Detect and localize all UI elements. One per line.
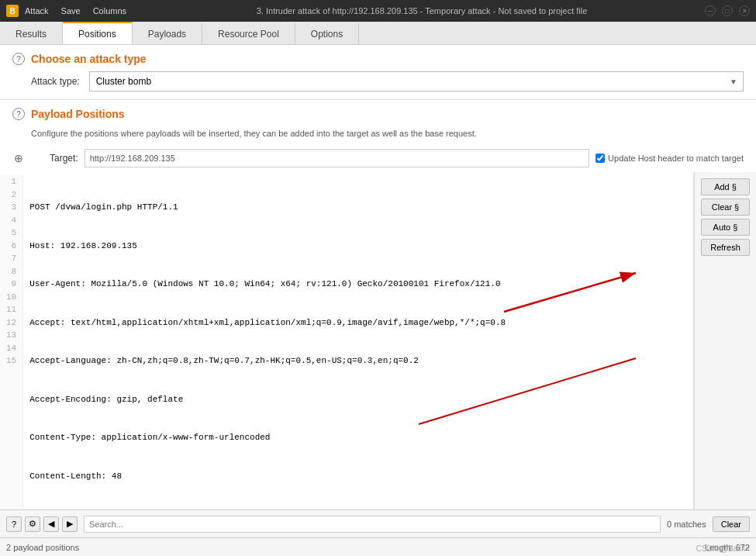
main-content: ? Choose an attack type Attack type: Clu… — [0, 45, 756, 556]
payload-positions-section: ? Payload Positions Configure the positi… — [0, 100, 756, 509]
target-label: Target: — [50, 153, 78, 164]
payload-positions-help-icon[interactable]: ? — [12, 108, 25, 120]
bottom-search-bar: ? ⚙ ◀ ▶ 0 matches Clear — [0, 509, 756, 537]
auto-section-button[interactable]: Auto § — [701, 219, 750, 236]
settings-icon[interactable]: ⚙ — [25, 516, 40, 532]
target-input[interactable] — [85, 149, 589, 167]
code-line-7: Content-Type: application/x-www-form-url… — [29, 431, 687, 444]
maximize-button[interactable]: □ — [722, 5, 733, 16]
code-line-8: Content-Length: 48 — [29, 470, 687, 483]
code-line-4: Accept: text/html,application/xhtml+xml,… — [29, 316, 687, 330]
menu-save[interactable]: Save — [61, 6, 81, 16]
attack-type-row: Attack type: Cluster bomb Sniper Batteri… — [0, 70, 756, 99]
payload-description: Configure the positions where payloads w… — [0, 125, 756, 146]
next-icon[interactable]: ▶ — [62, 516, 78, 532]
menu-attack[interactable]: Attack — [25, 6, 49, 16]
menu-columns[interactable]: Columns — [93, 6, 126, 16]
tab-bar: Results Positions Payloads Resource Pool… — [0, 22, 756, 45]
window-controls: ─ □ ✕ — [705, 5, 750, 16]
attack-type-select-wrapper: Cluster bomb Sniper Battering ram Pitchf… — [89, 71, 744, 92]
update-host-checkbox[interactable] — [595, 154, 605, 163]
attack-type-help-icon[interactable]: ? — [12, 53, 25, 65]
tab-positions[interactable]: Positions — [63, 22, 133, 44]
code-line-3: User-Agent: Mozilla/5.0 (Windows NT 10.0… — [29, 278, 687, 291]
target-drag-icon[interactable]: ⊕ — [12, 152, 25, 164]
target-row: ⊕ Target: Update Host header to match ta… — [0, 146, 756, 172]
search-clear-button[interactable]: Clear — [713, 516, 750, 532]
window-title: 3. Intruder attack of http://192.168.209… — [139, 6, 705, 16]
attack-type-section: ? Choose an attack type — [0, 45, 756, 70]
add-section-button[interactable]: Add § — [701, 178, 750, 195]
search-input[interactable] — [84, 516, 661, 533]
attack-type-label: Attack type: — [31, 76, 80, 87]
editor-wrapper: 1 2 3 4 5 6 7 8 9 10 11 12 13 14 — [0, 172, 756, 509]
refresh-button[interactable]: Refresh — [701, 239, 750, 256]
update-host-label: Update Host header to match target — [595, 154, 744, 163]
close-button[interactable]: ✕ — [739, 5, 750, 16]
line-numbers: 1 2 3 4 5 6 7 8 9 10 11 12 13 14 — [0, 175, 23, 509]
code-content: 1 2 3 4 5 6 7 8 9 10 11 12 13 14 — [0, 172, 693, 509]
payload-positions-count: 2 payload positions — [6, 543, 79, 552]
tab-options[interactable]: Options — [295, 22, 359, 44]
bottom-icons: ? ⚙ ◀ ▶ — [6, 516, 78, 532]
menu-bar: Attack Save Columns — [25, 6, 126, 16]
title-bar: B Attack Save Columns 3. Intruder attack… — [0, 0, 756, 22]
clear-section-button[interactable]: Clear § — [701, 199, 750, 216]
match-count: 0 matches — [667, 520, 706, 529]
payload-positions-title: Payload Positions — [31, 108, 125, 120]
side-buttons: Add § Clear § Auto § Refresh — [694, 172, 756, 509]
status-bar: 2 payload positions Length: 672 — [0, 537, 756, 556]
payload-positions-header: ? Payload Positions — [0, 100, 756, 125]
code-lines: POST /dvwa/login.php HTTP/1.1 Host: 192.… — [23, 175, 693, 509]
code-line-9: Origin: http://192.168.209.135 — [29, 508, 687, 509]
watermark: CSDN @Back~ — [696, 544, 750, 553]
tab-results[interactable]: Results — [0, 22, 63, 44]
attack-type-select[interactable]: Cluster bomb Sniper Battering ram Pitchf… — [89, 71, 744, 92]
app-icon: B — [6, 5, 19, 17]
prev-icon[interactable]: ◀ — [43, 516, 59, 532]
attack-type-title: Choose an attack type — [31, 53, 147, 65]
code-container[interactable]: 1 2 3 4 5 6 7 8 9 10 11 12 13 14 — [0, 172, 694, 509]
code-line-1: POST /dvwa/login.php HTTP/1.1 — [29, 201, 687, 214]
code-line-2: Host: 192.168.209.135 — [29, 240, 687, 253]
code-line-6: Accept-Encoding: gzip, deflate — [29, 393, 687, 406]
minimize-button[interactable]: ─ — [705, 5, 716, 16]
code-line-5: Accept-Language: zh-CN,zh;q=0.8,zh-TW;q=… — [29, 354, 687, 368]
tab-resource-pool[interactable]: Resource Pool — [202, 22, 295, 44]
tab-payloads[interactable]: Payloads — [133, 22, 202, 44]
help-icon[interactable]: ? — [6, 516, 22, 532]
